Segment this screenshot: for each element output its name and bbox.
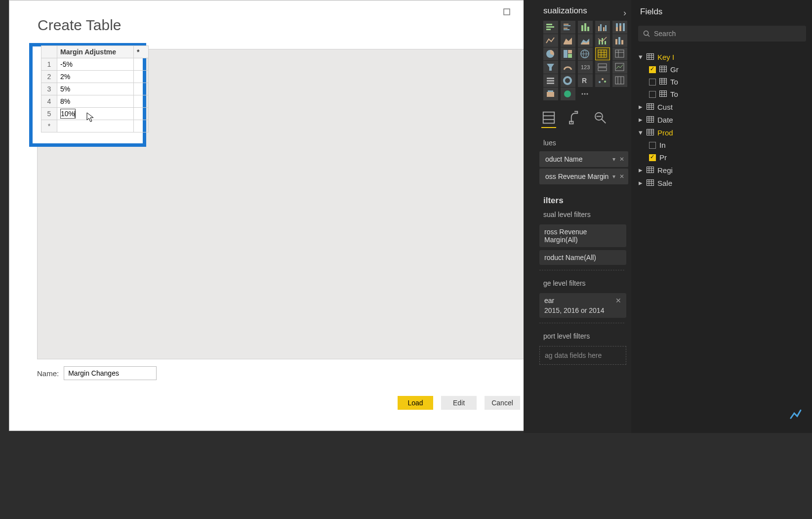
page-filter[interactable]: ear✕ 2015, 2016 or 2014 <box>539 293 626 318</box>
table-cust[interactable]: ▸Cust <box>636 100 812 113</box>
chevron-down-icon[interactable]: ▾ <box>638 128 643 137</box>
cell-empty[interactable] <box>57 120 134 132</box>
maximize-button[interactable] <box>500 5 513 18</box>
combo-chart-icon[interactable] <box>595 34 610 47</box>
table-name-input[interactable] <box>64 366 157 380</box>
scatter-icon[interactable] <box>595 74 610 87</box>
field-item[interactable]: To <box>636 76 812 88</box>
visual-filter[interactable]: roduct Name(All) <box>539 250 626 265</box>
chevron-right-icon[interactable]: ▸ <box>638 178 643 187</box>
chevron-down-icon[interactable]: ▾ <box>612 156 615 163</box>
value-field[interactable]: oduct Name▾✕ <box>539 151 628 167</box>
cell-empty[interactable] <box>134 71 149 83</box>
cell-empty[interactable] <box>134 95 149 108</box>
clustered-column-chart-icon[interactable] <box>595 21 610 34</box>
area-chart-icon[interactable] <box>561 34 575 47</box>
table-sale[interactable]: ▸Sale <box>636 176 812 189</box>
analytics-icon[interactable] <box>593 110 608 128</box>
clustered-bar-chart-icon[interactable] <box>561 21 575 34</box>
remove-field-icon[interactable]: ✕ <box>619 156 624 163</box>
cell-empty[interactable] <box>134 58 149 71</box>
field-checkbox[interactable] <box>649 91 656 98</box>
pie-chart-icon[interactable] <box>543 47 558 60</box>
svg-rect-25 <box>615 39 617 44</box>
svg-rect-35 <box>598 50 607 57</box>
cancel-button[interactable]: Cancel <box>485 396 520 410</box>
chevron-right-icon[interactable]: ▸ <box>638 115 643 124</box>
visual-filter[interactable]: ross Revenue Margin(All) <box>539 224 626 247</box>
chevron-down-icon[interactable]: ▾ <box>638 52 643 61</box>
cell-editing[interactable]: 10% <box>57 108 134 120</box>
stacked-area-chart-icon[interactable] <box>578 34 593 47</box>
column-header[interactable]: Margin Adjustme <box>57 46 134 58</box>
fields-search[interactable]: Search <box>638 26 806 42</box>
load-button[interactable]: Load <box>398 396 433 410</box>
chevron-right-icon[interactable]: ▸ <box>638 102 643 111</box>
cell[interactable]: 2% <box>57 71 134 83</box>
add-column[interactable]: * <box>134 46 149 58</box>
map-icon[interactable] <box>578 47 593 60</box>
table-prod[interactable]: ▾Prod <box>636 126 812 139</box>
value-field[interactable]: oss Revenue Margin▾✕ <box>539 169 628 184</box>
fields-well-icon[interactable] <box>541 110 556 128</box>
cell[interactable]: 5% <box>57 83 134 95</box>
cell-empty[interactable] <box>134 108 149 120</box>
svg-point-61 <box>582 93 583 95</box>
remove-field-icon[interactable]: ✕ <box>619 173 624 180</box>
field-item[interactable]: In <box>636 139 812 151</box>
field-checkbox[interactable] <box>649 142 656 149</box>
svg-rect-22 <box>599 40 600 44</box>
cell-empty[interactable] <box>134 120 149 132</box>
field-checkbox[interactable] <box>649 79 656 86</box>
arcgis-icon[interactable] <box>543 87 558 100</box>
ribbon-chart-icon[interactable] <box>612 34 627 47</box>
globe-icon[interactable] <box>561 87 575 100</box>
funnel-icon[interactable] <box>543 61 558 74</box>
chevron-down-icon[interactable]: ▾ <box>612 173 615 180</box>
kpi-icon[interactable] <box>612 61 627 74</box>
field-item[interactable]: Gr <box>636 63 812 76</box>
field-checkbox[interactable] <box>649 154 656 161</box>
row-header[interactable]: 4 <box>41 95 57 108</box>
field-item[interactable]: To <box>636 88 812 100</box>
table-regi[interactable]: ▸Regi <box>636 164 812 176</box>
edit-button[interactable]: Edit <box>441 396 477 410</box>
chevron-right-icon[interactable]: ▸ <box>638 166 643 174</box>
remove-filter-icon[interactable]: ✕ <box>615 297 621 304</box>
multi-card-icon[interactable] <box>595 61 610 74</box>
matrix-icon[interactable] <box>612 47 627 60</box>
filter-dropzone[interactable]: ag data fields here <box>539 346 626 365</box>
row-header[interactable]: 3 <box>41 83 57 95</box>
row-header[interactable]: 2 <box>41 71 57 83</box>
field-item[interactable]: Pr <box>636 151 812 164</box>
gauge-icon[interactable] <box>561 61 575 74</box>
table-label: Prod <box>657 129 673 137</box>
new-row[interactable]: * <box>41 120 57 132</box>
row-header[interactable]: 5 <box>41 108 57 120</box>
waterfall-icon[interactable] <box>612 74 627 87</box>
card-icon[interactable]: 123 <box>578 61 593 74</box>
field-checkbox[interactable] <box>649 66 656 73</box>
cell-empty[interactable] <box>134 83 149 95</box>
cell[interactable]: -5% <box>57 58 134 71</box>
svg-rect-45 <box>598 68 607 71</box>
table-label: Sale <box>657 179 672 187</box>
r-visual-icon[interactable]: R <box>578 74 593 87</box>
slicer-icon[interactable] <box>543 74 558 87</box>
stacked-bar-chart-icon[interactable] <box>543 21 558 34</box>
format-icon[interactable] <box>567 110 582 128</box>
more-visuals-icon[interactable] <box>578 87 593 100</box>
treemap-icon[interactable] <box>561 47 575 60</box>
row-header[interactable]: 1 <box>41 58 57 71</box>
cell[interactable]: 8% <box>57 95 134 108</box>
stacked-column-chart-icon[interactable] <box>578 21 593 34</box>
line-chart-icon[interactable] <box>543 34 558 47</box>
donut-icon[interactable] <box>561 74 575 87</box>
svg-point-53 <box>602 78 604 80</box>
collapse-panel-icon[interactable]: › <box>623 8 626 18</box>
table-date[interactable]: ▸Date <box>636 113 812 126</box>
hundred-stacked-column-icon[interactable] <box>612 21 627 34</box>
table-key i[interactable]: ▾Key I <box>636 50 812 63</box>
table-visual-icon[interactable] <box>595 47 610 60</box>
data-entry-grid[interactable]: Margin Adjustme * 1-5% 22% 35% 48% 510% … <box>41 45 149 132</box>
